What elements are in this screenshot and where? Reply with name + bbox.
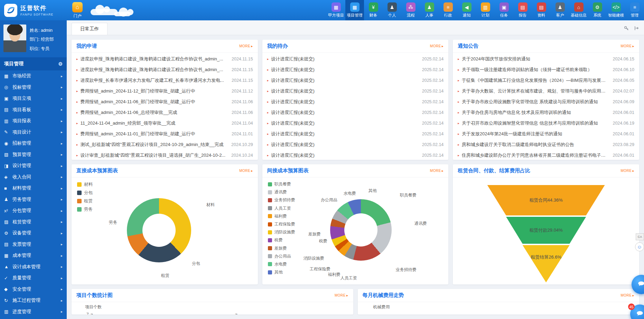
sidebar-item-equipment[interactable]: ⚙设备管理▸ (0, 228, 67, 239)
list-item[interactable]: ▸设计进度汇报(未提交)2025.02.14 (267, 86, 444, 96)
customer-service-icon[interactable]: ☺ (635, 242, 644, 251)
list-item[interactable]: ▸进度款申报_珠海鹤港口建设_珠海鹤港口建设工程合作协议书_admin_...2… (76, 54, 253, 64)
list-item[interactable]: ▸于征集《中国建筑施工行业信息化发展报告（2024）—BIM应用与发展》材料..… (458, 75, 634, 86)
top-nav-item-report[interactable]: ▤报告 (513, 0, 532, 20)
legend-item[interactable]: 材料 (77, 180, 93, 188)
top-nav-item-base-info[interactable]: ⌂基础信息 (569, 0, 588, 20)
list-item[interactable]: ▸设计进度汇报(未提交)2025.02.14 (267, 128, 444, 139)
side-tool-ca[interactable]: CA (636, 233, 644, 240)
list-item[interactable]: ▸费用报销_admin_2024-11-12_部门经理审批_胡建_运行中2024… (76, 86, 253, 96)
more-link[interactable]: MORE▸ (430, 169, 444, 173)
list-item[interactable]: ▸关于2024年国庆节放假安排的通知2024.06.15 (458, 54, 634, 64)
top-nav-item-plan[interactable]: ▥计划 (476, 0, 495, 20)
top-nav-item-notice[interactable]: ◀通知 (457, 0, 476, 20)
list-item[interactable]: ▸11_2024-11-04_admin_经营部_领导审批__完成2024.11… (76, 118, 253, 128)
legend-item[interactable]: 业务招待费 (268, 196, 295, 204)
sidebar-item-tender[interactable]: ◉招标管理▸ (0, 138, 67, 149)
more-link[interactable]: MORE▸ (430, 44, 444, 48)
top-nav-item-process[interactable]: ⁂流程 (401, 0, 420, 20)
list-item[interactable]: ▸设计进度汇报(未提交)2025.02.14 (267, 118, 444, 128)
legend-item[interactable]: 分包 (77, 188, 93, 197)
more-link[interactable]: MORE▸ (239, 44, 253, 48)
top-nav-item-system[interactable]: ⚙系统 (588, 0, 607, 20)
list-item[interactable]: ▸设计进度汇报(未提交)2025.02.14 (267, 96, 444, 107)
list-item[interactable]: ▸房和城乡建设厅关于取消二级建造师临时执业证书的公告2023.08.29 (458, 139, 634, 150)
sidebar-item-income-contract[interactable]: ◈收入合同▸ (0, 171, 67, 183)
list-item[interactable]: ▸住房和城乡建设部办公厅关于同意吉林省开展二级建造师注册证书电子化试点...20… (458, 150, 634, 160)
brand[interactable]: 泛普软件 FANPU SOFTWARE (0, 0, 67, 20)
tab-daily-work[interactable]: 日常工作 (72, 23, 108, 35)
portal-nav-item[interactable]: ⌂ 门户 (67, 0, 88, 20)
sidebar-item-budget[interactable]: ▧预算管理▸ (0, 149, 67, 160)
list-item[interactable]: ▸设计进度汇报(未提交)2025.02.14 (267, 64, 444, 75)
more-link[interactable]: MORE▸ (620, 169, 634, 173)
top-nav-item-administration[interactable]: ≡行政 (439, 0, 457, 20)
top-nav-item-documents[interactable]: ▤资料 (532, 0, 551, 20)
user-avatar[interactable] (3, 25, 26, 52)
sidebar-item-project-report[interactable]: ▥项目报表▸ (0, 115, 67, 127)
sidebar-item-bidding[interactable]: ◎投标管理▸ (0, 81, 67, 93)
top-nav-item-modeling[interactable]: </>智能建模 (607, 0, 625, 20)
legend-item[interactable]: 福利费 (268, 212, 295, 220)
top-nav-item-personal[interactable]: ♟个人 (383, 0, 401, 20)
top-nav-item-manage[interactable]: ≡管理 (625, 0, 644, 20)
sidebar-item-lease[interactable]: ▨租赁管理▸ (0, 216, 67, 228)
sidebar-item-kanban[interactable]: ▤项目看板▸ (0, 104, 67, 115)
legend-item[interactable]: 其他 (268, 268, 295, 276)
list-item[interactable]: ▸关于召开市政公用设施智慧化管理信息 信息技术与应用培训班的通知2024.06.… (458, 118, 634, 128)
more-link[interactable]: MORE▸ (620, 44, 634, 48)
top-nav-item-customer[interactable]: ♟客户 (551, 0, 569, 20)
legend-item[interactable]: 消防设施费 (268, 228, 295, 236)
legend-item[interactable]: 职员餐费 (268, 180, 295, 188)
legend-item[interactable]: 水电费 (268, 260, 295, 268)
expand-panel-icon[interactable] (634, 26, 639, 31)
list-item[interactable]: ▸设计进度汇报(未提交)2025.02.14 (267, 139, 444, 150)
key-icon[interactable] (624, 26, 629, 31)
legend-item[interactable]: 差旅费 (268, 244, 295, 252)
sidebar-item-market[interactable]: ▦市场经营▸ (0, 70, 67, 82)
list-item[interactable]: ▸进度款申报_长春市伊通河水力发电厂改建工程_长春市伊通河水力发电...2024… (76, 75, 253, 86)
sidebar-item-safety[interactable]: ◆安全管理▸ (0, 283, 67, 295)
more-link[interactable]: MORE▸ (620, 293, 634, 297)
sidebar-item-design-mgmt[interactable]: ◨设计管理▸ (0, 160, 67, 172)
sidebar-item-certificate[interactable]: ▮证件管理▸ (0, 317, 67, 319)
legend-item[interactable]: 人员工资 (268, 204, 295, 212)
sidebar-item-initiation[interactable]: ▣项目立项▸ (0, 93, 67, 104)
list-item[interactable]: ▸设计审查_彭祖新城“四馆”景观工程设计项目_请选择_胡广生_2024-10-2… (76, 150, 253, 160)
list-item[interactable]: ▸测试_彭祖新城“四馆”景观工程设计项目_2024-10-29_admin_结束… (76, 139, 253, 150)
gear-icon[interactable]: ⚙ (58, 61, 63, 67)
list-item[interactable]: ▸关于发放2024年第24批一级建造师注册证书的通知2024.06.01 (458, 128, 634, 139)
list-item[interactable]: ▸费用报销_admin_2024-11-06_部门经理审批_胡建_运行中2024… (76, 96, 253, 107)
list-item[interactable]: ▸关于举办大数据、云计算技术在城市建设、规划、管理与服务中的应用培训班...20… (458, 86, 634, 96)
legend-item[interactable]: 工程保险费 (268, 220, 295, 228)
sidebar-item-progress[interactable]: ▥进度管理▸ (0, 306, 67, 317)
sidebar-item-project-design[interactable]: ✎项目设计▸ (0, 126, 67, 138)
sidebar-item-cost[interactable]: ▦成本管理▸ (0, 250, 67, 261)
list-item[interactable]: ▸设计进度汇报(未提交)2025.02.14 (267, 150, 444, 160)
list-item[interactable]: ▸关于举办市政公用设施数字化管理信息 系统建设与应用培训班的通知2024.06.… (458, 96, 634, 107)
more-link[interactable]: MORE▸ (335, 293, 348, 297)
list-item[interactable]: ▸进度款申报_珠海鹤港口建设_珠海鹤港口建设工程合作协议书_admin_...2… (76, 64, 253, 75)
list-item[interactable]: ▸设计进度汇报(未提交)2025.02.14 (267, 75, 444, 86)
legend-item[interactable]: 税费 (268, 236, 295, 244)
sidebar-item-construction[interactable]: ↻施工过程管理▸ (0, 295, 67, 306)
list-item[interactable]: ▸费用报销_admin_2024-11-01_部门经理审批_胡建_运行中2024… (76, 128, 253, 139)
list-item[interactable]: ▸关于领取一级注册建造师培训贴的通知（须持一建证书前来领取）2024.06.10 (458, 64, 634, 75)
list-item[interactable]: ▸设计进度汇报(未提交)2025.02.14 (267, 54, 444, 64)
legend-item[interactable]: 通讯费 (268, 188, 295, 196)
top-nav-item-owner-project[interactable]: ▦甲方项目 (327, 0, 345, 20)
sidebar-item-design-cost[interactable]: ▲设计成本管理▸ (0, 261, 67, 272)
legend-item[interactable]: 办公用品 (268, 252, 295, 260)
sidebar-item-invoice[interactable]: ▤发票管理▸ (0, 239, 67, 250)
sidebar-item-subcontract[interactable]: x²分包管理▸ (0, 205, 67, 216)
top-nav-item-task[interactable]: ▣任务 (495, 0, 513, 20)
legend-item[interactable]: 劳务 (77, 205, 93, 213)
more-link[interactable]: MORE▸ (239, 169, 253, 173)
top-nav-item-hr[interactable]: ♟人事 (420, 0, 439, 20)
list-item[interactable]: ▸设计进度汇报(未提交)2025.02.14 (267, 107, 444, 118)
sidebar-item-labor[interactable]: ♟劳务管理▸ (0, 194, 67, 205)
chat-button-2[interactable]: 45 (630, 304, 644, 319)
top-nav-item-finance[interactable]: ¥财务 (364, 0, 383, 20)
list-item[interactable]: ▸关于举办住房与房地产信息化 技术及应用培训班的通知2024.06.01 (458, 107, 634, 118)
legend-item[interactable]: 租赁 (77, 197, 93, 205)
